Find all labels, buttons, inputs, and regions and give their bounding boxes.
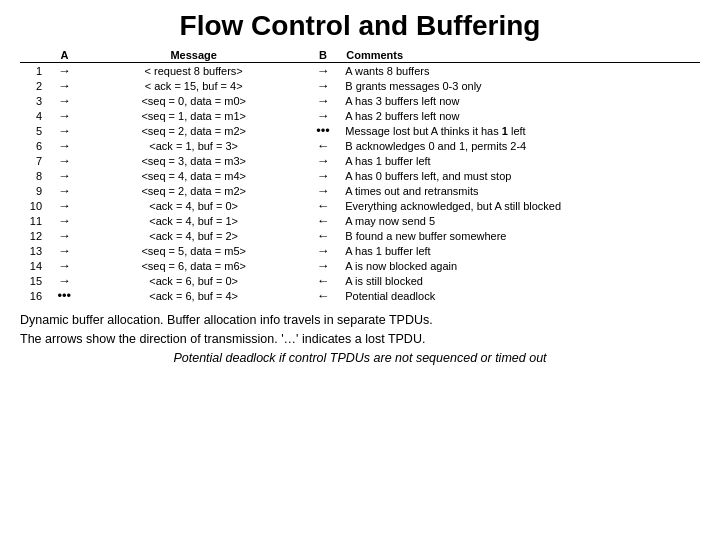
row-num: 13 [20,243,45,258]
arrow-a: → [45,123,84,138]
message-cell: <seq = 3, data = m3> [84,153,304,168]
arrow-a: → [45,258,84,273]
table-row: 16•••<ack = 6, buf = 4>←Potential deadlo… [20,288,700,303]
arrow-a: → [45,213,84,228]
row-num: 10 [20,198,45,213]
arrow-b: → [304,108,343,123]
arrow-a: → [45,168,84,183]
table-row: 4→<seq = 1, data = m1>→A has 2 buffers l… [20,108,700,123]
arrow-a: → [45,153,84,168]
col-a-header: A [45,48,84,63]
comment-cell: A has 3 buffers left now [342,93,700,108]
col-b-header: B [304,48,343,63]
arrow-b: ← [304,273,343,288]
table-row: 13→<seq = 5, data = m5>→A has 1 buffer l… [20,243,700,258]
footer-line2: The arrows show the direction of transmi… [20,330,700,349]
table-row: 2→< ack = 15, buf = 4>→B grants messages… [20,78,700,93]
arrow-b: → [304,153,343,168]
comment-cell: B found a new buffer somewhere [342,228,700,243]
message-cell: <seq = 6, data = m6> [84,258,304,273]
arrow-b: → [304,243,343,258]
arrow-a: → [45,243,84,258]
arrow-a: ••• [45,288,84,303]
row-num: 6 [20,138,45,153]
col-num-header [20,48,45,63]
page: Flow Control and Buffering A Message B C… [0,0,720,540]
flow-table: A Message B Comments 1→< request 8 buffe… [20,48,700,303]
comment-cell: A is still blocked [342,273,700,288]
comment-cell: A has 1 buffer left [342,153,700,168]
table-row: 14→<seq = 6, data = m6>→A is now blocked… [20,258,700,273]
arrow-a: → [45,198,84,213]
row-num: 4 [20,108,45,123]
arrow-b: → [304,168,343,183]
row-num: 11 [20,213,45,228]
table-row: 12→<ack = 4, buf = 2>←B found a new buff… [20,228,700,243]
message-cell: <seq = 2, data = m2> [84,123,304,138]
row-num: 15 [20,273,45,288]
comment-cell: A wants 8 buffers [342,63,700,79]
comment-cell: B grants messages 0-3 only [342,78,700,93]
comment-cell: A has 2 buffers left now [342,108,700,123]
message-cell: < ack = 15, buf = 4> [84,78,304,93]
comment-cell: A has 0 buffers left, and must stop [342,168,700,183]
table-row: 6→<ack = 1, buf = 3>←B acknowledges 0 an… [20,138,700,153]
comment-cell: A times out and retransmits [342,183,700,198]
message-cell: <ack = 4, buf = 2> [84,228,304,243]
message-cell: <ack = 4, buf = 1> [84,213,304,228]
arrow-b: → [304,63,343,79]
table-row: 9→<seq = 2, data = m2>→A times out and r… [20,183,700,198]
table-row: 10→<ack = 4, buf = 0>←Everything acknowl… [20,198,700,213]
arrow-a: → [45,273,84,288]
row-num: 7 [20,153,45,168]
table-row: 15→<ack = 6, buf = 0>←A is still blocked [20,273,700,288]
arrow-a: → [45,183,84,198]
comment-cell: A is now blocked again [342,258,700,273]
message-cell: <ack = 6, buf = 0> [84,273,304,288]
comment-cell: Message lost but A thinks it has 1 left [342,123,700,138]
arrow-b: → [304,183,343,198]
footer: Dynamic buffer allocation. Buffer alloca… [20,311,700,367]
row-num: 8 [20,168,45,183]
comment-cell: Everything acknowledged, but A still blo… [342,198,700,213]
arrow-a: → [45,78,84,93]
comment-cell: A has 1 buffer left [342,243,700,258]
comment-cell: Potential deadlock [342,288,700,303]
arrow-a: → [45,228,84,243]
arrow-a: → [45,138,84,153]
arrow-b: → [304,93,343,108]
table-row: 7→<seq = 3, data = m3>→A has 1 buffer le… [20,153,700,168]
arrow-a: → [45,108,84,123]
arrow-a: → [45,63,84,79]
message-cell: <seq = 0, data = m0> [84,93,304,108]
col-comments-header: Comments [342,48,700,63]
arrow-b: → [304,78,343,93]
row-num: 3 [20,93,45,108]
footer-line1: Dynamic buffer allocation. Buffer alloca… [20,311,700,330]
message-cell: <ack = 1, buf = 3> [84,138,304,153]
message-cell: <ack = 4, buf = 0> [84,198,304,213]
arrow-a: → [45,93,84,108]
col-msg-header: Message [84,48,304,63]
comment-cell: A may now send 5 [342,213,700,228]
message-cell: <seq = 5, data = m5> [84,243,304,258]
table-row: 3→<seq = 0, data = m0>→A has 3 buffers l… [20,93,700,108]
arrow-b: ← [304,138,343,153]
message-cell: <seq = 4, data = m4> [84,168,304,183]
row-num: 16 [20,288,45,303]
arrow-b: ← [304,288,343,303]
footer-line3: Potential deadlock if control TPDUs are … [20,349,700,368]
table-row: 5→<seq = 2, data = m2>•••Message lost bu… [20,123,700,138]
row-num: 5 [20,123,45,138]
arrow-b: ← [304,228,343,243]
row-num: 1 [20,63,45,79]
arrow-b: ← [304,213,343,228]
table-row: 8→<seq = 4, data = m4>→A has 0 buffers l… [20,168,700,183]
table-row: 1→< request 8 buffers>→A wants 8 buffers [20,63,700,79]
message-cell: <seq = 2, data = m2> [84,183,304,198]
row-num: 12 [20,228,45,243]
table-row: 11→<ack = 4, buf = 1>←A may now send 5 [20,213,700,228]
message-cell: <ack = 6, buf = 4> [84,288,304,303]
row-num: 2 [20,78,45,93]
page-title: Flow Control and Buffering [20,10,700,42]
